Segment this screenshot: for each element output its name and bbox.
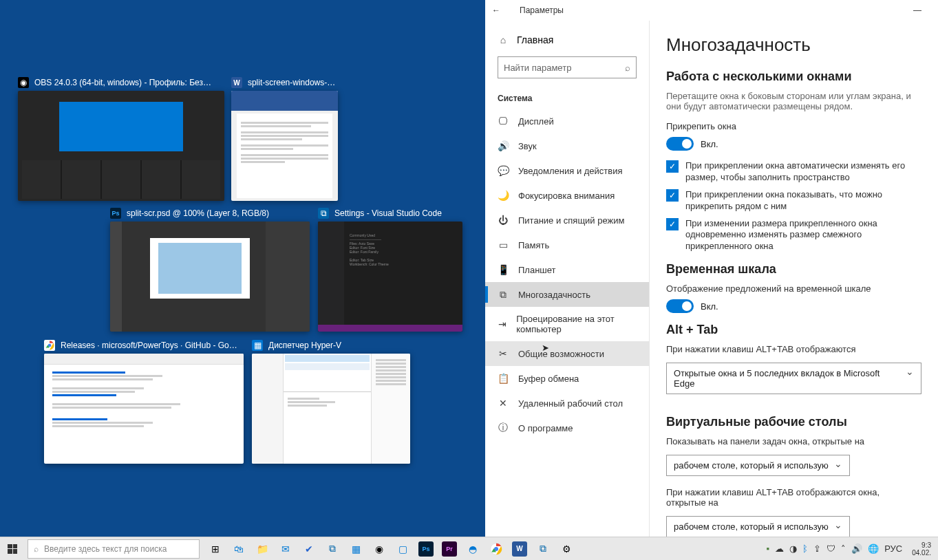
tray-app1-icon[interactable]: ▪ — [767, 543, 770, 554]
taskbar-chrome[interactable] — [484, 537, 508, 560]
nav-label: Уведомления и действия — [518, 166, 623, 176]
thumb-preview — [231, 91, 338, 201]
snap-toggle[interactable] — [666, 137, 694, 151]
thumb-preview — [252, 354, 410, 464]
tray-chevron-up-icon[interactable]: ˄ — [841, 543, 846, 554]
taskbar-app2[interactable]: ▢ — [391, 537, 414, 560]
vdesk-dropdown-1[interactable]: рабочем столе, который я использую — [666, 455, 850, 476]
nav-home[interactable]: ⌂ Главная — [485, 28, 649, 52]
taskbar-vscode2[interactable]: ⧉ — [531, 537, 555, 560]
check-suggest[interactable]: ✓ — [666, 189, 679, 202]
check-resize-label: При прикреплении окна автоматически изме… — [685, 160, 914, 184]
thumb-hyperv[interactable]: ▦ Диспетчер Hyper-V — [252, 340, 410, 464]
nav-item-2[interactable]: 💬Уведомления и действия — [485, 158, 649, 183]
search-placeholder: Найти параметр — [504, 63, 571, 73]
taskbar-todo[interactable]: ✔ — [297, 537, 321, 560]
taskbar-settings[interactable]: ⚙ — [555, 537, 578, 560]
taskbar-edge[interactable]: ◓ — [461, 537, 484, 560]
settings-app-title: Параметры — [520, 6, 564, 15]
nav-label: Дисплей — [518, 116, 554, 127]
nav-icon: 🖵 — [498, 116, 509, 127]
check-adjacent-label: При изменении размера прикрепленного окн… — [685, 218, 914, 253]
tray-security-icon[interactable]: 🛡 — [827, 543, 835, 554]
tray-onedrive-icon[interactable]: ☁ — [775, 543, 784, 554]
taskbar-clock[interactable]: 9:3 04.02. — [908, 541, 931, 557]
thumb-preview — [18, 91, 224, 201]
nav-icon: ⇥ — [498, 319, 507, 330]
settings-window: ← Параметры — ⌂ Главная Найти параметр ⌕… — [485, 0, 938, 537]
toggle-on-label-2: Вкл. — [701, 301, 718, 312]
nav-label: Фокусировка внимания — [518, 191, 615, 201]
nav-icon: 📋 — [498, 373, 509, 384]
nav-icon: ⓘ — [498, 422, 509, 433]
thumb-word[interactable]: W split-screen-windows-1... — [231, 77, 338, 201]
nav-label: Питание и спящий режим — [518, 215, 624, 226]
taskbar-search[interactable]: ⌕ Введите здесь текст для поиска — [28, 539, 200, 559]
vdesk-desc2: При нажатии клавиш ALT+TAB отображаются … — [666, 487, 921, 508]
taskbar-explorer[interactable]: 📁 — [251, 537, 274, 560]
vdesk-value1: рабочем столе, который я использую — [674, 460, 829, 471]
nav-label: Общие возможности — [518, 349, 604, 359]
thumb-photoshop[interactable]: Ps split-scr.psd @ 100% (Layer 8, RGB/8) — [110, 208, 310, 332]
nav-icon: ⏻ — [498, 215, 509, 226]
tray-language[interactable]: РУС — [884, 543, 902, 554]
thumb-title: Диспетчер Hyper-V — [268, 341, 341, 350]
taskbar-app1[interactable]: ▦ — [344, 537, 367, 560]
taskbar-obs[interactable]: ◉ — [367, 537, 391, 560]
task-view-button[interactable]: ⊞ — [204, 537, 227, 560]
nav-item-10[interactable]: 📋Буфер обмена — [485, 366, 649, 391]
nav-item-3[interactable]: 🌙Фокусировка внимания — [485, 183, 649, 208]
thumb-chrome[interactable]: Releases · microsoft/PowerToys · GitHub … — [44, 340, 244, 464]
taskbar-photoshop[interactable]: Ps — [418, 541, 434, 557]
nav-item-11[interactable]: ✕Удаленный рабочий стол — [485, 391, 649, 416]
system-tray: ▪ ☁ ◑ ᛒ ⇪ 🛡 ˄ 🔊 🌐 РУС 9:3 04.02. — [760, 541, 938, 557]
thumb-title: Settings - Visual Studio Code — [334, 208, 442, 218]
start-button[interactable] — [0, 537, 25, 560]
search-icon: ⌕ — [34, 544, 39, 554]
check-resize[interactable]: ✓ — [666, 160, 679, 173]
nav-item-9[interactable]: ✂Общие возможности — [485, 341, 649, 366]
nav-icon: 💬 — [498, 165, 509, 176]
nav-label: Планшет — [518, 265, 556, 275]
nav-item-7[interactable]: ⧉Многозадачность — [485, 282, 649, 307]
nav-item-1[interactable]: 🔊Звук — [485, 133, 649, 158]
snap-label: Прикрепить окна — [666, 121, 921, 131]
nav-label: О программе — [518, 423, 573, 433]
timeline-desc: Отображение предложений на временной шка… — [666, 283, 921, 294]
tray-bluetooth-icon[interactable]: ᛒ — [802, 543, 808, 554]
timeline-toggle[interactable] — [666, 299, 694, 313]
taskbar-store[interactable]: 🛍 — [227, 537, 251, 560]
obs-icon: ◉ — [18, 77, 29, 88]
taskbar-vscode[interactable]: ⧉ — [321, 537, 344, 560]
nav-item-8[interactable]: ⇥Проецирование на этот компьютер — [485, 307, 649, 341]
nav-item-12[interactable]: ⓘО программе — [485, 416, 649, 440]
nav-item-5[interactable]: ▭Память — [485, 233, 649, 257]
tray-network-icon[interactable]: 🌐 — [868, 543, 879, 554]
tray-usb-icon[interactable]: ⇪ — [813, 543, 821, 554]
taskbar-search-placeholder: Введите здесь текст для поиска — [44, 544, 167, 554]
check-adjacent[interactable]: ✓ — [666, 218, 679, 230]
settings-search[interactable]: Найти параметр ⌕ — [498, 56, 637, 78]
settings-content[interactable]: Многозадачность Работа с несколькими окн… — [649, 21, 938, 537]
tray-app2-icon[interactable]: ◑ — [789, 543, 797, 554]
vdesk-dropdown-2[interactable]: рабочем столе, который я использую — [666, 516, 850, 537]
word-icon: W — [231, 77, 242, 88]
section-alttab-head: Alt + Tab — [666, 323, 921, 337]
taskbar-word[interactable]: W — [512, 541, 527, 557]
back-button[interactable]: ← — [492, 6, 506, 15]
nav-icon: ✂ — [498, 348, 509, 359]
tray-volume-icon[interactable]: 🔊 — [851, 543, 862, 554]
minimize-button[interactable]: — — [904, 6, 931, 15]
taskbar-premiere[interactable]: Pr — [442, 541, 457, 557]
thumb-preview — [44, 354, 244, 464]
thumb-vscode[interactable]: ⧉ Settings - Visual Studio Code Commonly… — [318, 208, 462, 332]
alttab-dropdown[interactable]: Открытые окна и 5 последних вкладок в Mi… — [666, 363, 921, 394]
taskbar-mail[interactable]: ✉ — [274, 537, 297, 560]
thumb-obs[interactable]: ◉ OBS 24.0.3 (64-bit, windows) - Профиль… — [18, 77, 224, 201]
nav-item-0[interactable]: 🖵Дисплей — [485, 109, 649, 133]
nav-label: Память — [518, 240, 549, 250]
hyperv-icon: ▦ — [252, 340, 263, 351]
nav-item-6[interactable]: 📱Планшет — [485, 257, 649, 282]
nav-item-4[interactable]: ⏻Питание и спящий режим — [485, 208, 649, 233]
photoshop-icon: Ps — [110, 208, 121, 219]
